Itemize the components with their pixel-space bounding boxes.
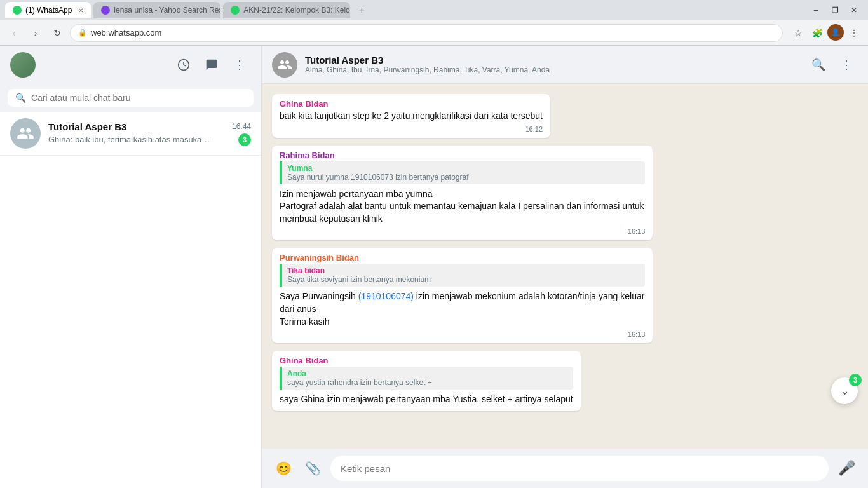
quoted-text: Saya tika soviyani izin bertanya mekoniu… bbox=[287, 275, 640, 284]
close-button[interactable]: ✕ bbox=[845, 4, 863, 17]
message-time: 16:13 bbox=[280, 227, 645, 235]
search-input-wrap[interactable]: 🔍 bbox=[8, 89, 254, 107]
message-sender: Rahima Bidan bbox=[280, 151, 645, 160]
quoted-text: saya yustia rahendra izin bertanya selke… bbox=[287, 378, 568, 387]
browser-actions: ☆ 🧩 👤 ⋮ bbox=[789, 24, 863, 42]
address-bar: ‹ › ↻ 🔒 web.whatsapp.com ☆ 🧩 👤 ⋮ bbox=[0, 20, 868, 46]
message-bubble: Purwaningsih Bidan Tika bidan Saya tika … bbox=[272, 248, 653, 343]
message-time: 16:12 bbox=[280, 125, 543, 133]
tab-whatsapp[interactable]: (1) WhatsApp ✕ bbox=[5, 2, 91, 18]
chat-header-info: Tutorial Asper B3 Alma, Ghina, Ibu, Irna… bbox=[305, 55, 799, 74]
title-bar: (1) WhatsApp ✕ lensa unisa - Yahoo Searc… bbox=[0, 0, 868, 20]
sidebar-header: ⋮ bbox=[0, 46, 261, 84]
bookmark-button[interactable]: ☆ bbox=[789, 24, 807, 42]
tab-label-akn: AKN-21/22: Kelompok B3: Kelo... bbox=[243, 6, 350, 15]
scroll-unread-badge: 3 bbox=[849, 374, 862, 386]
message-bubble: Rahima Bidan Yumna Saya nurul yumna 1910… bbox=[272, 146, 653, 241]
url-bar[interactable]: 🔒 web.whatsapp.com bbox=[70, 24, 783, 42]
more-options-button[interactable]: ⋮ bbox=[228, 53, 251, 76]
chat-header-actions: 🔍 ⋮ bbox=[807, 53, 858, 76]
chat-preview: Ghina: baik ibu, terima kasih atas masuk… bbox=[48, 135, 214, 144]
forward-button[interactable]: › bbox=[27, 24, 44, 42]
chat-info: Tutorial Asper B3 16.44 Ghina: baik ibu,… bbox=[48, 121, 251, 146]
quoted-message: Yumna Saya nurul yumna 1910106073 izin b… bbox=[280, 161, 645, 184]
message-input[interactable] bbox=[330, 456, 829, 481]
message-time: 16:13 bbox=[280, 330, 645, 338]
new-tab-button[interactable]: + bbox=[353, 2, 370, 18]
search-chat-button[interactable]: 🔍 bbox=[807, 53, 830, 76]
message-bubble: Ghina Bidan baik kita lanjutkan step ke … bbox=[272, 94, 550, 138]
status-button[interactable] bbox=[172, 53, 195, 76]
chat-header: Tutorial Asper B3 Alma, Ghina, Ibu, Irna… bbox=[262, 46, 868, 84]
message-text: saya Ghina izin menjawab pertanyaan mba … bbox=[280, 393, 573, 406]
emoji-button[interactable]: 😊 bbox=[272, 457, 295, 480]
chat-header-avatar[interactable] bbox=[272, 52, 297, 78]
quoted-sender: Yumna bbox=[287, 164, 640, 173]
menu-button[interactable]: ⋮ bbox=[845, 24, 863, 42]
tab-favicon-akn bbox=[231, 6, 240, 15]
chat-button[interactable] bbox=[200, 53, 223, 76]
message-sender: Ghina Bidan bbox=[280, 356, 573, 365]
whatsapp-app: ⋮ 🔍 Tutorial Asper B3 16.44 bbox=[0, 46, 868, 488]
tab-label-yahoo: lensa unisa - Yahoo Search Resu... bbox=[114, 6, 220, 15]
search-icon: 🔍 bbox=[15, 93, 26, 103]
message-sender: Ghina Bidan bbox=[280, 99, 543, 109]
window-controls: – ❐ ✕ bbox=[807, 4, 863, 17]
chat-input-bar: 😊 📎 🎤 bbox=[262, 449, 868, 488]
reload-button[interactable]: ↻ bbox=[48, 24, 66, 42]
chat-avatar bbox=[10, 118, 41, 149]
quoted-text: Saya nurul yumna 1910106073 izin bertany… bbox=[287, 173, 640, 182]
url-text: web.whatsapp.com bbox=[91, 28, 161, 37]
chat-messages: Ghina Bidan baik kita lanjutkan step ke … bbox=[262, 84, 868, 449]
chevron-down-icon: ⌄ bbox=[840, 384, 850, 398]
scroll-to-bottom-button[interactable]: ⌄ 3 bbox=[831, 377, 858, 404]
chat-time: 16.44 bbox=[232, 122, 251, 131]
chat-wrapper: Ghina Bidan baik kita lanjutkan step ke … bbox=[262, 84, 868, 449]
tab-favicon-whatsapp bbox=[13, 6, 22, 15]
extensions-button[interactable]: 🧩 bbox=[808, 24, 826, 42]
quoted-sender: Tika bidan bbox=[287, 266, 640, 275]
tab-akn[interactable]: AKN-21/22: Kelompok B3: Kelo... ✕ bbox=[223, 2, 350, 18]
scroll-to-bottom-container: ⌄ 3 bbox=[831, 377, 858, 404]
chat-main: Tutorial Asper B3 Alma, Ghina, Ibu, Irna… bbox=[262, 46, 868, 488]
tab-close-whatsapp[interactable]: ✕ bbox=[78, 7, 83, 14]
chat-header-members: Alma, Ghina, Ibu, Irna, Purwaningsih, Ra… bbox=[305, 65, 799, 74]
mic-button[interactable]: 🎤 bbox=[835, 457, 858, 480]
message-sender: Purwaningsih Bidan bbox=[280, 253, 645, 262]
unread-badge: 3 bbox=[238, 133, 251, 146]
minimize-button[interactable]: – bbox=[807, 4, 825, 17]
attach-button[interactable]: 📎 bbox=[301, 457, 324, 480]
quoted-sender: Anda bbox=[287, 369, 568, 378]
chat-more-button[interactable]: ⋮ bbox=[835, 53, 858, 76]
tab-yahoo[interactable]: lensa unisa - Yahoo Search Resu... ✕ bbox=[93, 2, 220, 18]
user-avatar[interactable] bbox=[10, 52, 36, 78]
search-bar: 🔍 bbox=[0, 84, 261, 112]
message-text: Izin menjawab pertanyaan mba yumna Parto… bbox=[280, 188, 645, 226]
list-item[interactable]: Tutorial Asper B3 16.44 Ghina: baik ibu,… bbox=[0, 112, 261, 156]
quoted-message: Tika bidan Saya tika soviyani izin berta… bbox=[280, 264, 645, 287]
quoted-message: Anda saya yustia rahendra izin bertanya … bbox=[280, 367, 573, 390]
back-button[interactable]: ‹ bbox=[5, 24, 23, 42]
sidebar-actions: ⋮ bbox=[172, 53, 251, 76]
message-text: Saya Purwaningsih (1910106074) izin menj… bbox=[280, 290, 645, 328]
profile-button[interactable]: 👤 bbox=[827, 24, 844, 41]
message-text: baik kita lanjutkan step ke 2 yaitu meng… bbox=[280, 110, 543, 123]
search-input[interactable] bbox=[31, 93, 246, 103]
chat-header-name: Tutorial Asper B3 bbox=[305, 55, 799, 65]
tab-favicon-yahoo bbox=[101, 6, 110, 15]
maximize-button[interactable]: ❐ bbox=[826, 4, 844, 17]
tab-label-whatsapp: (1) WhatsApp bbox=[25, 6, 72, 15]
chat-name: Tutorial Asper B3 bbox=[48, 121, 126, 132]
lock-icon: 🔒 bbox=[78, 29, 87, 37]
sidebar: ⋮ 🔍 Tutorial Asper B3 16.44 bbox=[0, 46, 262, 488]
message-bubble: Ghina Bidan Anda saya yustia rahendra iz… bbox=[272, 351, 581, 411]
chat-list: Tutorial Asper B3 16.44 Ghina: baik ibu,… bbox=[0, 112, 261, 488]
